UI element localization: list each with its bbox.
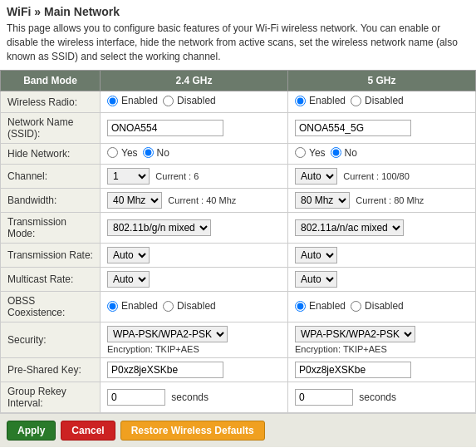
obss-5-disabled[interactable]: Disabled <box>351 300 404 312</box>
wireless-radio-5: Enabled Disabled <box>288 91 476 113</box>
bandwidth-5-current: Current : 80 Mhz <box>356 195 424 205</box>
rekey-24-cell: seconds <box>101 382 288 413</box>
txmode-24-select[interactable]: 802.11b/g/n mixed 802.11n only <box>107 219 211 236</box>
obss-24-disabled-label: Disabled <box>177 300 216 312</box>
mcast-5-cell: Auto <box>288 268 476 292</box>
label-wireless-radio: Wireless Radio: <box>1 91 101 113</box>
radio-24-enabled-label: Enabled <box>121 95 158 106</box>
obss-5-enabled-label: Enabled <box>309 300 346 312</box>
row-obss: OBSS Coexistence: Enabled Disabled <box>1 292 476 322</box>
psk-24-cell <box>101 358 288 382</box>
row-ssid: Network Name (SSID): <box>1 112 476 143</box>
radio-24-enabled[interactable]: Enabled <box>107 95 158 106</box>
label-ssid: Network Name (SSID): <box>1 112 101 143</box>
psk-5-cell <box>288 358 476 382</box>
bandwidth-24-current: Current : 40 Mhz <box>168 195 236 205</box>
wireless-radio-24: Enabled Disabled <box>101 91 288 113</box>
radio-24-enabled-input[interactable] <box>107 96 118 106</box>
hide-24-cell: Yes No <box>101 143 288 165</box>
security-5-select[interactable]: WPA-PSK/WPA2-PSK None <box>295 326 415 342</box>
ssid-5-input[interactable] <box>295 120 411 136</box>
obss-5-disabled-label: Disabled <box>365 300 404 312</box>
row-wireless-radio: Wireless Radio: Enabled Disabled <box>1 91 476 113</box>
hide-5-yes-input[interactable] <box>295 147 306 158</box>
txrate-5-select[interactable]: Auto <box>295 247 337 263</box>
label-rekey: Group Rekey Interval: <box>1 382 101 413</box>
mcast-24-select[interactable]: Auto <box>107 271 150 288</box>
bandwidth-5-select[interactable]: 80 Mhz 40 Mhz <box>295 192 350 209</box>
footer-buttons: Apply Cancel Restore Wireless Defaults <box>0 413 476 447</box>
radio-5-enabled[interactable]: Enabled <box>295 95 346 106</box>
hide-24-no-input[interactable] <box>143 147 154 158</box>
row-tx-mode: Transmission Mode: 802.11b/g/n mixed 802… <box>1 213 476 244</box>
security-24-select[interactable]: WPA-PSK/WPA2-PSK None <box>107 326 228 342</box>
col-5ghz: 5 GHz <box>288 71 476 91</box>
ssid-24-input[interactable] <box>107 120 223 136</box>
mcast-5-select[interactable]: Auto <box>295 271 337 288</box>
channel-24-current: Current : 6 <box>155 171 199 181</box>
obss-5-enabled-input[interactable] <box>295 301 306 312</box>
row-multicast-rate: Multicast Rate: Auto Auto <box>1 268 476 292</box>
psk-24-input[interactable] <box>107 362 223 378</box>
rekey-5-input[interactable] <box>295 389 353 406</box>
obss-24-enabled-label: Enabled <box>121 300 158 312</box>
channel-5-select[interactable]: Auto 100 <box>295 168 337 185</box>
label-hide-network: Hide Network: <box>1 143 101 165</box>
label-obss: OBSS Coexistence: <box>1 292 101 322</box>
rekey-5-suffix: seconds <box>359 391 396 403</box>
radio-5-enabled-input[interactable] <box>295 96 306 106</box>
breadcrumb: WiFi » Main Network <box>0 0 476 20</box>
radio-24-disabled-label: Disabled <box>177 95 216 106</box>
hide-24-yes-input[interactable] <box>107 147 118 158</box>
mcast-24-cell: Auto <box>101 268 288 292</box>
cancel-button[interactable]: Cancel <box>61 421 115 441</box>
row-security: Security: WPA-PSK/WPA2-PSK None Encrypti… <box>1 322 476 358</box>
hide-5-no-input[interactable] <box>331 147 341 158</box>
hide-24-no-label: No <box>157 147 169 159</box>
rekey-5-cell: seconds <box>288 382 476 413</box>
apply-button[interactable]: Apply <box>7 421 56 441</box>
hide-24-yes[interactable]: Yes <box>107 147 138 159</box>
bandwidth-5-cell: 80 Mhz 40 Mhz Current : 80 Mhz <box>288 189 476 213</box>
radio-5-disabled[interactable]: Disabled <box>351 95 404 106</box>
hide-5-yes[interactable]: Yes <box>295 147 326 159</box>
label-security: Security: <box>1 322 101 358</box>
radio-5-disabled-input[interactable] <box>351 96 361 106</box>
radio-24-disabled[interactable]: Disabled <box>163 95 216 106</box>
rekey-24-input[interactable] <box>107 389 165 406</box>
channel-5-cell: Auto 100 Current : 100/80 <box>288 165 476 189</box>
restore-button[interactable]: Restore Wireless Defaults <box>120 421 265 441</box>
obss-24-cell: Enabled Disabled <box>101 292 288 322</box>
wifi-config-table: Band Mode 2.4 GHz 5 GHz Wireless Radio: … <box>0 70 476 413</box>
bandwidth-24-cell: 40 Mhz 20 Mhz Current : 40 Mhz <box>101 189 288 213</box>
obss-24-disabled[interactable]: Disabled <box>163 300 216 312</box>
security-24-cell: WPA-PSK/WPA2-PSK None Encryption: TKIP+A… <box>101 322 288 358</box>
obss-5-enabled[interactable]: Enabled <box>295 300 346 312</box>
label-multicast-rate: Multicast Rate: <box>1 268 101 292</box>
obss-24-enabled[interactable]: Enabled <box>107 300 158 312</box>
txmode-5-select[interactable]: 802.11a/n/ac mixed 802.11ac only <box>295 219 404 236</box>
encryption-24-text: Encryption: TKIP+AES <box>107 344 281 354</box>
bandwidth-24-select[interactable]: 40 Mhz 20 Mhz <box>107 192 162 209</box>
channel-24-cell: 1 2 3 Auto Current : 6 <box>101 165 288 189</box>
col-band-mode: Band Mode <box>1 71 101 91</box>
hide-24-no[interactable]: No <box>143 147 169 159</box>
hide-5-cell: Yes No <box>288 143 476 165</box>
row-hide-network: Hide Network: Yes No Y <box>1 143 476 165</box>
txrate-24-select[interactable]: Auto <box>107 247 150 263</box>
hide-5-no[interactable]: No <box>331 147 357 159</box>
channel-24-select[interactable]: 1 2 3 Auto <box>107 168 150 185</box>
txrate-5-cell: Auto <box>288 244 476 268</box>
radio-5-disabled-label: Disabled <box>365 95 404 106</box>
ssid-5-cell <box>288 112 476 143</box>
label-tx-rate: Transmission Rate: <box>1 244 101 268</box>
row-rekey: Group Rekey Interval: seconds seconds <box>1 382 476 413</box>
label-psk: Pre-Shared Key: <box>1 358 101 382</box>
radio-24-disabled-input[interactable] <box>163 96 174 106</box>
row-channel: Channel: 1 2 3 Auto Current : 6 Auto 100… <box>1 165 476 189</box>
obss-5-disabled-input[interactable] <box>351 301 361 312</box>
psk-5-input[interactable] <box>295 362 411 378</box>
obss-24-disabled-input[interactable] <box>163 301 174 312</box>
hide-5-yes-label: Yes <box>309 147 326 159</box>
obss-24-enabled-input[interactable] <box>107 301 118 312</box>
